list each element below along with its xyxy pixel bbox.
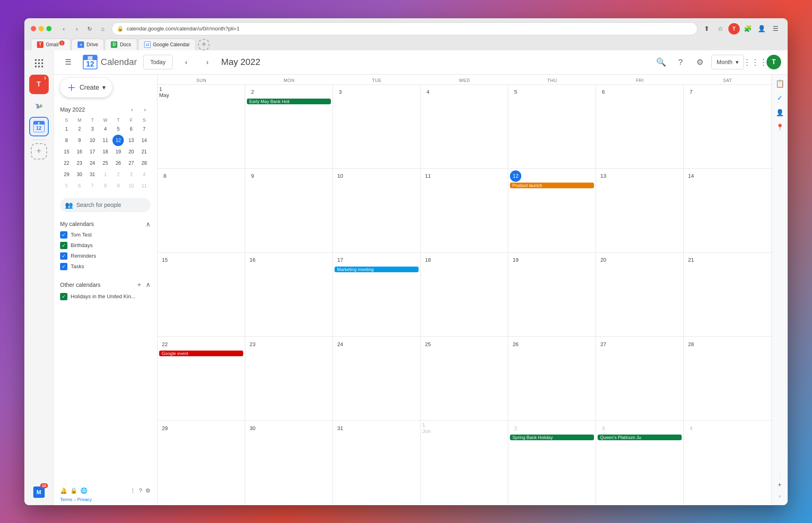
tasks-checkbox[interactable]: ✓ [60,263,67,270]
maximize-window-button[interactable] [46,26,52,31]
mini-day-7[interactable]: 7 [138,123,150,135]
day-num-may1[interactable]: 1 May [159,86,171,98]
dock-gmail[interactable]: T 1 [29,75,49,94]
dock-drive[interactable] [29,96,49,115]
day-num-may26[interactable]: 26 [510,338,521,350]
mini-day-9[interactable]: 9 [74,135,85,146]
day-num-may3[interactable]: 3 [335,86,346,98]
mini-day-30[interactable]: 30 [74,169,85,180]
day-num-may16[interactable]: 16 [247,254,258,266]
new-tab-button[interactable]: + [198,39,209,50]
day-num-jun2[interactable]: 2 [510,422,521,434]
calendar-item-holidays[interactable]: ✓ Holidays in the United Kin... [60,291,151,302]
cell-may31[interactable]: 31 [333,421,421,505]
cell-may19[interactable]: 19 [508,253,596,336]
day-num-may22[interactable]: 22 [159,338,171,350]
mini-day-jun3[interactable]: 3 [125,169,137,180]
share-icon[interactable]: ⬆ [701,23,712,34]
cell-may24[interactable]: 24 [333,337,421,420]
lock-icon[interactable]: 🔒 [70,487,77,494]
event-marketing-meeting[interactable]: Marketing meeting [335,267,419,272]
mini-day-19[interactable]: 19 [112,146,124,157]
cell-may21[interactable]: 21 [684,253,771,336]
reminders-checkbox[interactable]: ✓ [60,252,67,260]
cell-may20[interactable]: 20 [596,253,684,336]
event-google-event[interactable]: Google event [159,351,243,356]
cell-may12[interactable]: 12 Product launch [508,169,596,252]
help-bottom-icon[interactable]: ? [139,487,142,494]
holidays-checkbox[interactable]: ✓ [60,293,67,300]
help-button[interactable]: ? [672,54,689,70]
mini-day-1[interactable]: 1 [61,123,72,135]
cell-jun4[interactable]: 4 [684,421,771,505]
day-num-may29[interactable]: 29 [159,422,171,434]
event-early-may-bank-holiday[interactable]: Early May Bank Holi [247,99,331,104]
dock-gcal[interactable]: ▓ 12 [29,117,49,136]
menu-icon[interactable]: ☰ [770,23,781,34]
day-num-may30[interactable]: 30 [247,422,258,434]
cell-may7[interactable]: 7 [684,85,771,168]
mini-day-jun5[interactable]: 5 [61,180,72,192]
address-bar[interactable]: 🔒 calendar.google.com/calendar/u/0/r/mon… [112,22,698,35]
event-product-launch[interactable]: Product launch [510,183,594,188]
forward-button[interactable]: › [71,23,82,34]
day-num-may27[interactable]: 27 [598,338,609,350]
mini-day-15[interactable]: 15 [61,146,72,157]
cell-may17[interactable]: 17 Marketing meeting [333,253,421,336]
mini-day-10[interactable]: 10 [87,135,98,146]
cell-may28[interactable]: 28 [684,337,771,420]
cell-jun2[interactable]: 2 Spring Bank Holiday [508,421,596,505]
event-spring-bank-holiday[interactable]: Spring Bank Holiday [510,435,594,440]
mini-day-jun8[interactable]: 8 [99,180,111,192]
day-num-may11[interactable]: 11 [422,170,434,182]
day-num-may19[interactable]: 19 [510,254,521,266]
search-people[interactable]: 👥 Search for people [60,198,151,212]
mini-day-jun1[interactable]: 1 [99,169,111,180]
event-queens-platinum-jubilee[interactable]: Queen's Platinum Ju [598,435,682,440]
dock-add-button[interactable]: + [31,143,47,159]
right-rail-tasks-icon[interactable]: 📋 [774,78,786,89]
day-num-may6[interactable]: 6 [598,86,609,98]
right-rail-contacts-icon[interactable]: 👤 [774,107,786,118]
cell-may10[interactable]: 10 [333,169,421,252]
mini-day-17[interactable]: 17 [87,146,98,157]
cell-may27[interactable]: 27 [596,337,684,420]
cell-may18[interactable]: 18 [421,253,508,336]
day-num-may4[interactable]: 4 [422,86,434,98]
tab-drive[interactable]: ▲ Drive [71,39,104,50]
mini-day-23[interactable]: 23 [74,157,85,169]
extension-icon[interactable]: 🧩 [742,23,754,34]
mini-day-6[interactable]: 6 [125,123,137,135]
mini-day-14[interactable]: 14 [138,135,150,146]
cell-may29[interactable]: 29 [158,421,245,505]
cell-jun3[interactable]: 3 Queen's Platinum Ju [596,421,684,505]
tab-gmail[interactable]: T Gmail 1 [31,39,71,50]
add-other-calendar-button[interactable]: + [134,280,144,290]
apps-icon[interactable]: ⋮ [130,487,136,494]
cell-may30[interactable]: 30 [245,421,333,505]
mini-day-jun9[interactable]: 9 [112,180,124,192]
right-rail-check-icon[interactable]: ✓ [774,93,786,104]
calendar-item-reminders[interactable]: ✓ Reminders [60,251,151,261]
settings-button[interactable]: ⚙ [692,54,708,70]
calendar-item-tasks[interactable]: ✓ Tasks [60,261,151,272]
cell-may13[interactable]: 13 [596,169,684,252]
cell-may14[interactable]: 14 [684,169,771,252]
mini-day-jun4[interactable]: 4 [138,169,150,180]
calendar-item-birthdays[interactable]: ✓ Birthdays [60,240,151,251]
footer-privacy[interactable]: Privacy [77,497,92,502]
mini-day-25[interactable]: 25 [99,157,111,169]
day-num-may17[interactable]: 17 [335,254,346,266]
day-num-may23[interactable]: 23 [247,338,258,350]
dock-apps-grid[interactable] [29,54,49,73]
cell-may11[interactable]: 11 [421,169,508,252]
cell-may6[interactable]: 6 [596,85,684,168]
search-button[interactable]: 🔍 [653,54,669,70]
day-num-may25[interactable]: 25 [422,338,434,350]
mini-day-2[interactable]: 2 [74,123,85,135]
cell-may25[interactable]: 25 [421,337,508,420]
settings-bottom-icon[interactable]: ⚙ [145,487,151,494]
hamburger-menu-button[interactable]: ☰ [60,54,76,70]
day-num-may21[interactable]: 21 [685,254,697,266]
right-rail-expand-icon[interactable]: › [774,491,786,502]
